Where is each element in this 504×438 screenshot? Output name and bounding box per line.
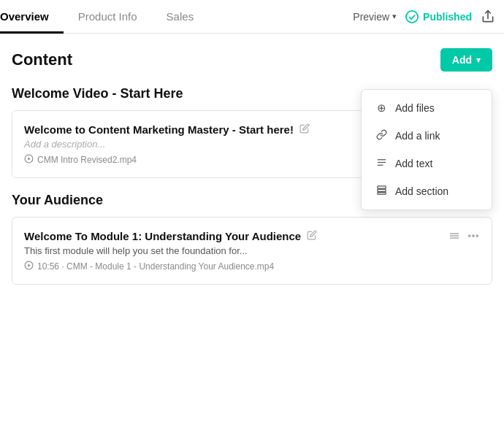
section-your-audience-title: Your Audience (12, 193, 103, 208)
content-title: Content (12, 50, 72, 69)
add-link-icon (375, 129, 388, 142)
share-button[interactable] (481, 9, 495, 24)
content-header: Content Add ▾ ⊕ Add files (12, 48, 492, 72)
card-your-audience-desc: This first module will help you set the … (24, 245, 480, 256)
svg-rect-7 (377, 193, 385, 195)
published-badge: Published (405, 10, 472, 23)
tab-sales[interactable]: Sales (152, 1, 209, 34)
add-section-icon (375, 185, 388, 198)
nav-tabs: Overview Product Info Sales (0, 0, 208, 33)
video-file-icon (24, 154, 34, 166)
section-welcome-video-title: Welcome Video - Start Here (12, 86, 183, 101)
tab-overview[interactable]: Overview (0, 1, 64, 34)
svg-rect-6 (377, 189, 385, 191)
card-your-audience: Welcome To Module 1: Understanding Your … (12, 217, 492, 285)
nav-right: Preview ▾ Published (353, 9, 504, 24)
card-welcome-mastery-title: Welcome to Content Marketing Mastery - S… (24, 123, 294, 136)
svg-rect-5 (377, 186, 385, 188)
add-text-icon (375, 157, 388, 170)
video-file-icon-2 (24, 261, 34, 272)
svg-point-25 (469, 235, 470, 237)
svg-marker-15 (28, 157, 30, 160)
svg-point-27 (476, 235, 478, 237)
card-edit-icon-2[interactable] (307, 230, 317, 242)
preview-button[interactable]: Preview ▾ (353, 11, 397, 23)
svg-point-0 (406, 10, 418, 22)
card-more-options-button-2[interactable] (467, 229, 480, 242)
chevron-down-icon: ▾ (392, 12, 397, 21)
add-chevron-icon: ▾ (476, 55, 481, 65)
add-files-icon: ⊕ (375, 101, 388, 115)
card-your-audience-file: 10:56 · CMM - Module 1 - Understanding Y… (24, 261, 480, 272)
add-button[interactable]: Add ▾ (440, 48, 492, 72)
svg-marker-29 (28, 264, 30, 266)
dropdown-item-add-files[interactable]: ⊕ Add files (362, 94, 492, 122)
add-dropdown-menu: ⊕ Add files Add a link (361, 89, 492, 210)
top-nav: Overview Product Info Sales Preview ▾ Pu… (0, 0, 504, 34)
svg-point-26 (473, 235, 474, 237)
card-your-audience-title-row: Welcome To Module 1: Understanding Your … (24, 229, 480, 242)
edit-icon[interactable] (299, 123, 310, 136)
check-circle-icon (405, 10, 419, 23)
dropdown-item-add-text[interactable]: Add text (362, 150, 492, 177)
tab-product-info[interactable]: Product Info (64, 1, 152, 34)
share-icon (481, 9, 495, 24)
card-your-audience-title: Welcome To Module 1: Understanding Your … (24, 230, 301, 242)
dropdown-item-add-section[interactable]: Add section (362, 177, 492, 205)
card-reorder-button-2[interactable] (448, 229, 461, 242)
dropdown-item-add-link[interactable]: Add a link (362, 122, 492, 150)
main-content: Content Add ▾ ⊕ Add files (0, 34, 504, 314)
